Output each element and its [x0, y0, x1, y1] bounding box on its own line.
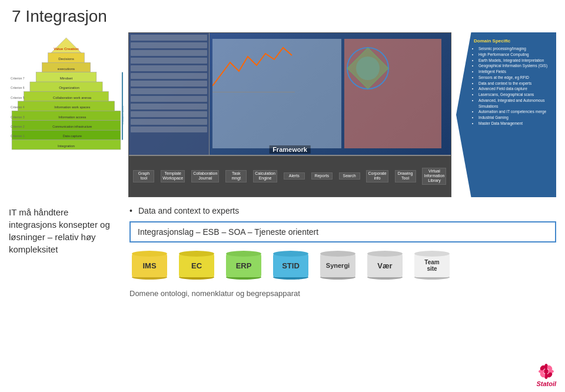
tool-drawing: DrawingTool [395, 170, 416, 182]
cylinder-erp-top [226, 251, 261, 257]
cylinders-row: IMS EC ERP STI [129, 251, 556, 281]
sidebar-mock [129, 33, 210, 155]
svg-text:Criterion 7: Criterion 7 [11, 77, 25, 80]
svg-text:executions: executions [58, 67, 75, 71]
tool-corporate: Corporateinfo [366, 170, 388, 182]
domain-list: Seismic processing/Imaging High Performa… [474, 46, 550, 127]
domain-section: Domain Specific Seismic processing/Imagi… [456, 32, 556, 197]
cylinder-vaer-top [367, 251, 403, 257]
cylinder-synergi: Synergi [318, 251, 358, 281]
svg-text:Criterion 3: Criterion 3 [11, 115, 25, 119]
svg-text:Information: Information [122, 106, 124, 124]
framework-inner: Framework [129, 33, 451, 156]
tool-collab: CollaborationJournal [191, 170, 219, 182]
svg-text:Integration: Integration [58, 144, 75, 148]
tool-graph: Graphtool [133, 170, 154, 182]
cylinder-synergi-top [320, 251, 355, 257]
left-text: IT må håndtere integrasjons konsepter og… [9, 206, 118, 380]
cylinder-erp-body: ERP [226, 254, 261, 277]
statoil-logo: Statoil [536, 363, 556, 387]
bottom-section: IT må håndtere integrasjons konsepter og… [9, 206, 556, 380]
svg-text:Mindset: Mindset [60, 76, 73, 80]
cylinder-vaer-body: Vær [367, 254, 403, 277]
cylinder-synergi-body: Synergi [320, 254, 355, 277]
svg-text:Collaboration work arenas: Collaboration work arenas [53, 96, 92, 99]
svg-rect-31 [212, 92, 295, 92]
cylinder-ims-body: IMS [132, 254, 167, 277]
tool-virtual: VirtualInformationLibrary [422, 168, 446, 185]
svg-text:Criterion 6: Criterion 6 [11, 86, 25, 89]
tool-reports: Reports [311, 172, 333, 180]
bottom-text: Domene ontologi, nomenklatur og begrepsa… [129, 289, 556, 298]
bottom-content: IT må håndtere integrasjons konsepter og… [9, 206, 556, 380]
statoil-text: Statoil [536, 380, 556, 387]
pyramid-section: Value Creation Decisions executions Mind… [9, 32, 124, 197]
tool-search: Search [339, 172, 360, 180]
svg-text:Data capture: Data capture [63, 134, 82, 138]
cylinder-ec-top [179, 251, 214, 257]
cylinder-ec: EC [177, 251, 217, 281]
framework-tools: Graphtool TemplateWorkspace Collaboratio… [129, 156, 451, 197]
svg-text:Organization: Organization [59, 85, 79, 89]
tool-calc: CalculationEngine [253, 170, 277, 182]
pyramid-svg: Value Creation Decisions executions Mind… [9, 32, 124, 197]
content-mock2 [344, 39, 441, 148]
cylinder-ec-body: EC [179, 254, 214, 277]
top-diagram: Value Creation Decisions executions Mind… [9, 32, 556, 197]
bullet-data-experts: Data and context to experts [129, 206, 556, 215]
cylinder-teamsite-body: Teamsite [414, 254, 450, 277]
cylinder-erp: ERP [224, 251, 264, 281]
cylinder-ims: IMS [129, 251, 170, 281]
svg-text:Information access: Information access [58, 115, 86, 119]
tool-template: TemplateWorkspace [161, 170, 185, 182]
cylinder-stid-body: STID [273, 254, 308, 277]
cylinder-stid-top [273, 251, 308, 257]
page-title: 7 Integrasjon [12, 7, 107, 26]
svg-text:Criterion 4: Criterion 4 [11, 105, 25, 109]
cylinder-teamsite-top [414, 251, 450, 257]
svg-text:Criterion 5: Criterion 5 [11, 96, 25, 99]
tool-alerts: Alerts [284, 172, 305, 180]
svg-text:Communication infrastructure: Communication infrastructure [52, 125, 92, 128]
right-content: Data and context to experts Integrasjons… [129, 206, 556, 380]
svg-text:Information work spaces: Information work spaces [54, 105, 90, 109]
cylinder-stid: STID [271, 251, 311, 281]
svg-text:Value Creation: Value Creation [54, 46, 79, 51]
framework-label: Framework [269, 145, 311, 154]
cylinder-vaer: Vær [365, 251, 405, 281]
left-paragraph: IT må håndtere integrasjons konsepter og… [9, 206, 118, 255]
domain-title: Domain Specific [474, 38, 550, 44]
content-mock [212, 39, 341, 148]
cylinder-ims-top [132, 251, 167, 257]
cylinder-teamsite: Teamsite [412, 251, 452, 281]
integration-layer-box: Integrasjonslag – ESB – SOA – Tjeneste o… [129, 221, 556, 242]
svg-marker-0 [51, 38, 81, 53]
svg-text:Criterion 2: Criterion 2 [11, 125, 25, 128]
svg-point-35 [544, 369, 549, 374]
svg-text:Decisions: Decisions [58, 57, 74, 61]
statoil-flower-icon [537, 363, 555, 380]
framework-section: Framework Graphtool TemplateWorkspace Co… [128, 32, 451, 197]
tool-task: Taskmngt [225, 170, 247, 182]
svg-text:Criterion 1: Criterion 1 [11, 134, 25, 138]
